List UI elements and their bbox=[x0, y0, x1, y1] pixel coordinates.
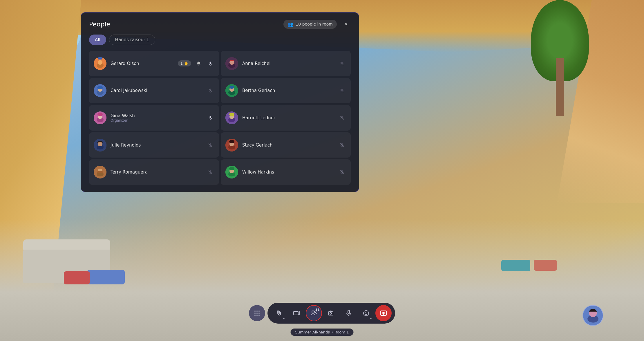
svg-point-62 bbox=[229, 167, 234, 170]
mic-muted-icon[interactable] bbox=[338, 114, 346, 122]
person-row[interactable]: Willow Harkins bbox=[221, 159, 351, 185]
hand-count: 1 bbox=[180, 61, 183, 66]
svg-rect-75 bbox=[294, 311, 298, 315]
end-call-button[interactable] bbox=[375, 305, 392, 321]
person-name: Anna Reichel bbox=[242, 61, 334, 66]
svg-point-71 bbox=[258, 313, 260, 314]
filter-row: All Hands raised: 1 bbox=[89, 35, 351, 45]
svg-point-69 bbox=[254, 313, 256, 314]
svg-point-2 bbox=[98, 60, 102, 65]
person-role: Organizer bbox=[111, 118, 202, 122]
person-actions bbox=[338, 59, 346, 68]
person-name: Bertha Gerlach bbox=[242, 88, 334, 93]
person-actions bbox=[338, 114, 346, 122]
grid-button[interactable] bbox=[249, 305, 265, 321]
tree-trunk bbox=[556, 58, 564, 116]
svg-point-67 bbox=[256, 311, 258, 312]
person-actions bbox=[338, 141, 346, 149]
avatar bbox=[225, 139, 238, 151]
svg-point-84 bbox=[367, 312, 367, 313]
svg-point-83 bbox=[365, 312, 366, 313]
person-name: Julie Reynolds bbox=[111, 142, 202, 148]
person-row[interactable]: Terry Romaguera bbox=[89, 159, 219, 185]
mic-button[interactable] bbox=[341, 305, 357, 321]
person-actions bbox=[206, 168, 214, 176]
person-actions bbox=[338, 86, 346, 95]
person-row[interactable]: Gina Walsh Organizer bbox=[89, 105, 219, 131]
svg-point-68 bbox=[258, 311, 260, 312]
svg-point-35 bbox=[229, 113, 234, 116]
person-actions bbox=[338, 168, 346, 176]
mic-muted-icon[interactable] bbox=[338, 86, 346, 95]
mic-icon[interactable] bbox=[206, 114, 214, 122]
mic-muted-icon[interactable] bbox=[206, 168, 214, 176]
person-name: Harriett Ledner bbox=[242, 115, 334, 120]
pillow-teal bbox=[501, 260, 530, 271]
right-pillows bbox=[501, 260, 557, 271]
camera-button[interactable] bbox=[323, 305, 339, 321]
people-panel: People 👥 10 people in room × All Hands r… bbox=[81, 12, 359, 192]
svg-point-48 bbox=[229, 140, 234, 143]
hand-raised-badge: 1 ✋ bbox=[178, 60, 191, 66]
notification-icon[interactable] bbox=[195, 59, 203, 68]
person-row[interactable]: Gerard Olson 1 ✋ bbox=[89, 51, 219, 76]
person-row[interactable]: Anna Reichel bbox=[221, 51, 351, 76]
person-info: Gerard Olson bbox=[111, 61, 174, 66]
self-avatar bbox=[583, 305, 603, 326]
people-grid: Gerard Olson 1 ✋ Anna Reichel bbox=[89, 51, 351, 185]
people-count-label: 10 people in room bbox=[296, 22, 333, 26]
avatar bbox=[225, 57, 238, 70]
person-info: Harriett Ledner bbox=[242, 115, 334, 120]
emoji-button[interactable]: ▲ bbox=[358, 305, 374, 321]
mic-muted-icon[interactable] bbox=[206, 86, 214, 95]
close-button[interactable]: × bbox=[341, 19, 351, 29]
person-row[interactable]: Harriett Ledner bbox=[221, 105, 351, 131]
person-row[interactable]: Julie Reynolds bbox=[89, 132, 219, 158]
toolbar: ▲ 11 bbox=[249, 303, 395, 324]
svg-point-70 bbox=[256, 313, 258, 314]
tooltip-text: Summer All-hands • Room 1 bbox=[295, 330, 349, 334]
person-info: Bertha Gerlach bbox=[242, 88, 334, 93]
avatar bbox=[94, 111, 106, 124]
pillow-red bbox=[64, 271, 90, 284]
svg-point-73 bbox=[256, 315, 258, 316]
person-info: Stacy Gerlach bbox=[242, 142, 334, 148]
filter-all-button[interactable]: All bbox=[89, 35, 106, 45]
person-name: Carol Jakubowski bbox=[111, 88, 202, 93]
person-info: Anna Reichel bbox=[242, 61, 334, 66]
person-name: Gina Walsh bbox=[111, 113, 202, 118]
person-info: Gina Walsh Organizer bbox=[111, 113, 202, 122]
raise-hand-button[interactable]: ▲ bbox=[271, 305, 287, 321]
person-row[interactable]: Carol Jakubowski bbox=[89, 78, 219, 104]
person-row[interactable]: Stacy Gerlach bbox=[221, 132, 351, 158]
mic-muted-icon[interactable] bbox=[338, 141, 346, 149]
people-button[interactable]: 11 bbox=[306, 305, 322, 321]
person-info: Julie Reynolds bbox=[111, 142, 202, 148]
person-actions bbox=[206, 141, 214, 149]
avatar bbox=[225, 84, 238, 97]
panel-header-right: 👥 10 people in room × bbox=[283, 19, 351, 29]
avatar bbox=[94, 166, 106, 178]
person-name: Stacy Gerlach bbox=[242, 142, 334, 148]
pillow-blue bbox=[87, 270, 125, 284]
hand-emoji: ✋ bbox=[184, 61, 189, 66]
svg-point-79 bbox=[330, 313, 332, 314]
filter-hands-raised-button[interactable]: Hands raised: 1 bbox=[109, 35, 155, 45]
mic-muted-icon[interactable] bbox=[338, 168, 346, 176]
people-count-badge: 👥 10 people in room bbox=[283, 20, 337, 29]
avatar bbox=[94, 84, 106, 97]
mic-muted-icon[interactable] bbox=[338, 59, 346, 68]
panel-header: People 👥 10 people in room × bbox=[89, 19, 351, 29]
svg-point-29 bbox=[97, 113, 103, 116]
person-actions bbox=[206, 86, 214, 95]
svg-rect-4 bbox=[210, 62, 211, 64]
svg-point-22 bbox=[229, 86, 234, 89]
mic-icon[interactable] bbox=[206, 59, 214, 68]
svg-rect-78 bbox=[328, 312, 333, 315]
person-row[interactable]: Bertha Gerlach bbox=[221, 78, 351, 104]
panel-title: People bbox=[89, 21, 110, 28]
mic-muted-icon[interactable] bbox=[206, 141, 214, 149]
svg-point-72 bbox=[254, 315, 256, 316]
view-button[interactable] bbox=[288, 305, 305, 321]
avatar bbox=[94, 139, 106, 151]
